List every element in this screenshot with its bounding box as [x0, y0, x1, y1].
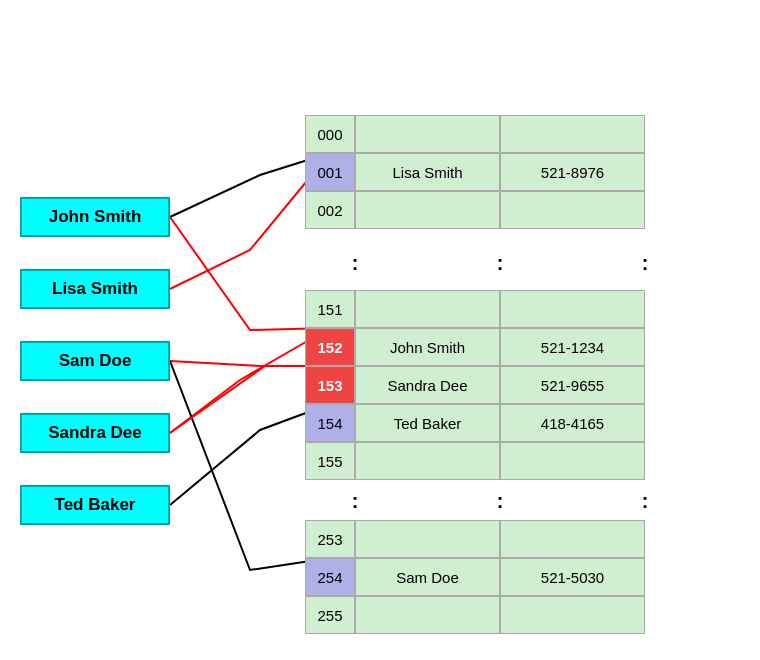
bucket-index: 151	[305, 290, 355, 328]
bucket-row: 001Lisa Smith521-8976	[305, 153, 645, 191]
bucket-cell-phone	[500, 115, 645, 153]
bucket-cell-phone	[500, 596, 645, 634]
bucket-group-2: 253254Sam Doe521-5030255	[305, 520, 645, 634]
bucket-row: 002	[305, 191, 645, 229]
key-item-2: Sam Doe	[20, 341, 170, 381]
bucket-index: 153	[305, 366, 355, 404]
bucket-row: 154Ted Baker418-4165	[305, 404, 645, 442]
bucket-cell-name	[355, 596, 500, 634]
bucket-cell-phone: 521-9655	[500, 366, 645, 404]
bucket-cell-name: Ted Baker	[355, 404, 500, 442]
dots-separator: :	[642, 490, 649, 513]
bucket-cell-phone	[500, 191, 645, 229]
key-item-1: Lisa Smith	[20, 269, 170, 309]
bucket-index: 253	[305, 520, 355, 558]
bucket-index: 154	[305, 404, 355, 442]
bucket-cell-name: Lisa Smith	[355, 153, 500, 191]
dots-separator: :	[642, 252, 649, 275]
bucket-cell-phone	[500, 442, 645, 480]
bucket-row: 254Sam Doe521-5030	[305, 558, 645, 596]
bucket-row: 153Sandra Dee521-9655	[305, 366, 645, 404]
bucket-row: 253	[305, 520, 645, 558]
bucket-cell-name: John Smith	[355, 328, 500, 366]
bucket-index: 000	[305, 115, 355, 153]
bucket-index: 255	[305, 596, 355, 634]
bucket-cell-phone: 521-1234	[500, 328, 645, 366]
bucket-index: 254	[305, 558, 355, 596]
bucket-cell-name: Sam Doe	[355, 558, 500, 596]
key-item-0: John Smith	[20, 197, 170, 237]
bucket-row: 155	[305, 442, 645, 480]
bucket-row: 255	[305, 596, 645, 634]
bucket-index: 152	[305, 328, 355, 366]
bucket-row: 000	[305, 115, 645, 153]
bucket-cell-name: Sandra Dee	[355, 366, 500, 404]
dots-separator: :	[497, 490, 504, 513]
bucket-group-1: 151152John Smith521-1234153Sandra Dee521…	[305, 290, 645, 480]
dots-separator: :	[352, 490, 359, 513]
bucket-cell-name	[355, 290, 500, 328]
bucket-cell-phone: 521-5030	[500, 558, 645, 596]
bucket-cell-phone	[500, 290, 645, 328]
bucket-cell-name	[355, 191, 500, 229]
bucket-row: 151	[305, 290, 645, 328]
bucket-cell-phone: 521-8976	[500, 153, 645, 191]
bucket-index: 001	[305, 153, 355, 191]
key-item-4: Ted Baker	[20, 485, 170, 525]
bucket-cell-phone: 418-4165	[500, 404, 645, 442]
bucket-cell-name	[355, 442, 500, 480]
bucket-index: 155	[305, 442, 355, 480]
dots-separator: :	[352, 252, 359, 275]
bucket-cell-phone	[500, 520, 645, 558]
bucket-cell-name	[355, 115, 500, 153]
bucket-index: 002	[305, 191, 355, 229]
key-item-3: Sandra Dee	[20, 413, 170, 453]
bucket-row: 152John Smith521-1234	[305, 328, 645, 366]
dots-separator: :	[497, 252, 504, 275]
bucket-cell-name	[355, 520, 500, 558]
bucket-group-0: 000001Lisa Smith521-8976002	[305, 115, 645, 229]
